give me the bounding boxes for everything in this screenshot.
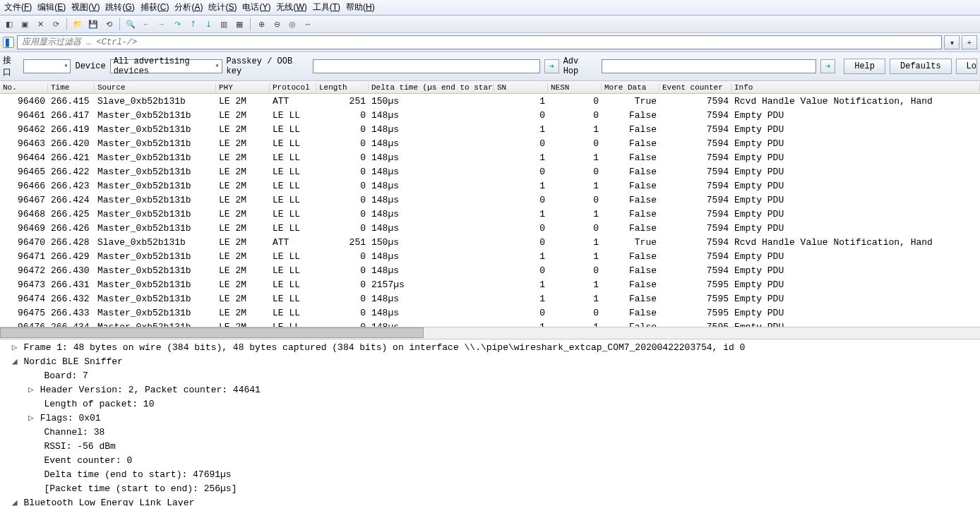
- packet-row[interactable]: 96468266.425Master_0xb52b131bLE 2MLE LL0…: [0, 207, 980, 221]
- cell-phy: LE 2M: [216, 251, 270, 262]
- tb-autoscroll-icon[interactable]: ▥: [217, 18, 230, 30]
- detail-frame: ▷ Frame 1: 48 bytes on wire (384 bits), …: [0, 341, 980, 355]
- tb-zoomout-icon[interactable]: ⊖: [270, 18, 283, 30]
- cell-info: Empty PDU: [731, 322, 980, 327]
- tb-resize-icon[interactable]: ↔: [301, 18, 314, 30]
- tb-save-icon[interactable]: ▣: [18, 18, 31, 30]
- cell-sn: 0: [494, 195, 548, 205]
- cell-no: 96468: [0, 209, 48, 219]
- cell-phy: LE 2M: [216, 124, 270, 135]
- cell-ec: 7594: [659, 152, 731, 163]
- menu-item[interactable]: 分析(A): [174, 1, 203, 13]
- col-header-info: Info: [731, 83, 980, 92]
- collapse-icon[interactable]: ◢: [11, 496, 18, 506]
- separator: [119, 18, 120, 30]
- packet-row[interactable]: 96474266.432Master_0xb52b131bLE 2MLE LL0…: [0, 291, 980, 306]
- menu-item[interactable]: 捕获(C): [141, 1, 169, 13]
- tb-find-icon[interactable]: 🔍: [124, 18, 137, 30]
- expand-icon[interactable]: ▷: [28, 411, 35, 426]
- iface-combo[interactable]: [23, 59, 71, 73]
- cell-info: Empty PDU: [731, 279, 980, 290]
- packet-list-hscroll[interactable]: [0, 327, 980, 339]
- cell-proto: LE LL: [270, 138, 316, 149]
- packet-row[interactable]: 96473266.431Master_0xb52b131bLE 2MLE LL0…: [0, 277, 980, 291]
- cell-phy: LE 2M: [216, 265, 270, 276]
- tb-back-icon[interactable]: ←: [140, 18, 153, 30]
- packet-row[interactable]: 96472266.430Master_0xb52b131bLE 2MLE LL0…: [0, 263, 980, 277]
- expand-icon[interactable]: ▷: [11, 341, 18, 355]
- filter-bookmark-icon[interactable]: ▋: [3, 37, 14, 48]
- menu-item[interactable]: 跳转(G): [105, 1, 134, 13]
- cell-no: 96473: [0, 279, 48, 290]
- packet-row[interactable]: 96471266.429Master_0xb52b131bLE 2MLE LL0…: [0, 249, 980, 263]
- passkey-go-button[interactable]: ➜: [544, 59, 559, 73]
- packet-row[interactable]: 96466266.423Master_0xb52b131bLE 2MLE LL0…: [0, 179, 980, 193]
- cell-len: 0: [316, 110, 369, 121]
- tb-open-icon[interactable]: ◧: [3, 18, 16, 30]
- packet-row[interactable]: 96476266.434Master_0xb52b131bLE 2MLE LL0…: [0, 320, 980, 327]
- packet-row[interactable]: 96460266.415Slave_0xb52b131bLE 2MATT2511…: [0, 94, 980, 108]
- detail-nordic: ◢ Nordic BLE Sniffer: [0, 355, 980, 369]
- cell-nesn: 0: [548, 110, 602, 121]
- cell-delta: 148µs: [369, 124, 494, 135]
- packet-row[interactable]: 96470266.428Slave_0xb52b131bLE 2MATT2511…: [0, 235, 980, 249]
- tb-zoom100-icon[interactable]: ◎: [286, 18, 299, 30]
- defaults-button[interactable]: Defaults: [890, 59, 952, 74]
- menu-item[interactable]: 工具(T): [313, 1, 340, 13]
- tb-savefile-icon[interactable]: 💾: [87, 18, 100, 30]
- packet-list-body[interactable]: 96460266.415Slave_0xb52b131bLE 2MATT2511…: [0, 94, 980, 327]
- cell-more: False: [602, 251, 659, 262]
- tb-close-icon[interactable]: ✕: [34, 18, 47, 30]
- tb-gotop-icon[interactable]: ⤒: [186, 18, 199, 30]
- tb-folder-icon[interactable]: 📁: [71, 18, 84, 30]
- packet-details[interactable]: ▷ Frame 1: 48 bytes on wire (384 bits), …: [0, 339, 980, 506]
- tb-zoomin-icon[interactable]: ⊕: [255, 18, 268, 30]
- packet-row[interactable]: 96464266.421Master_0xb52b131bLE 2MLE LL0…: [0, 150, 980, 164]
- log-button[interactable]: Lo: [956, 59, 977, 74]
- cell-phy: LE 2M: [216, 152, 270, 163]
- cell-len: 0: [316, 152, 369, 163]
- display-filter-input[interactable]: [17, 35, 942, 49]
- cell-delta: 148µs: [369, 308, 494, 318]
- cell-len: 0: [316, 279, 369, 290]
- packet-row[interactable]: 96461266.417Master_0xb52b131bLE 2MLE LL0…: [0, 108, 980, 122]
- packet-row[interactable]: 96467266.424Master_0xb52b131bLE 2MLE LL0…: [0, 193, 980, 207]
- help-button[interactable]: Help: [844, 59, 885, 74]
- cell-ec: 7594: [659, 209, 731, 219]
- filter-expression-button[interactable]: ▾: [944, 35, 960, 49]
- device-combo[interactable]: All advertising devices: [110, 59, 222, 73]
- cell-time: 266.423: [48, 181, 95, 191]
- packet-list-header[interactable]: No. Time Source PHY Protocol Length Delt…: [0, 81, 980, 94]
- cell-proto: LE LL: [270, 181, 316, 191]
- menu-item[interactable]: 帮助(H): [346, 1, 375, 13]
- tb-restart-icon[interactable]: ⟳: [49, 18, 62, 30]
- menu-item[interactable]: 统计(S): [208, 1, 237, 13]
- packet-row[interactable]: 96462266.419Master_0xb52b131bLE 2MLE LL0…: [0, 122, 980, 136]
- cell-sn: 0: [494, 110, 548, 121]
- packet-row[interactable]: 96465266.422Master_0xb52b131bLE 2MLE LL0…: [0, 164, 980, 179]
- expand-icon[interactable]: ▷: [28, 383, 35, 397]
- cell-more: False: [602, 181, 659, 191]
- packet-row[interactable]: 96463266.420Master_0xb52b131bLE 2MLE LL0…: [0, 136, 980, 150]
- menu-item[interactable]: 无线(W): [276, 1, 306, 13]
- menu-item[interactable]: 编辑(E): [37, 1, 66, 13]
- tb-jump-icon[interactable]: ↷: [171, 18, 184, 30]
- advhop-go-button[interactable]: ➜: [820, 59, 835, 73]
- cell-delta: 148µs: [369, 110, 494, 121]
- menu-item[interactable]: 电话(Y): [242, 1, 270, 13]
- cell-info: Empty PDU: [731, 124, 980, 135]
- tb-gobot-icon[interactable]: ⤓: [202, 18, 215, 30]
- packet-row[interactable]: 96469266.426Master_0xb52b131bLE 2MLE LL0…: [0, 221, 980, 235]
- packet-row[interactable]: 96475266.433Master_0xb52b131bLE 2MLE LL0…: [0, 306, 980, 320]
- collapse-icon[interactable]: ◢: [11, 355, 18, 369]
- tb-fwd-icon[interactable]: →: [155, 18, 168, 30]
- menu-item[interactable]: 文件(F): [4, 1, 32, 13]
- tb-colorize-icon[interactable]: ▦: [233, 18, 246, 30]
- hscroll-thumb[interactable]: [0, 327, 424, 338]
- advhop-input[interactable]: [602, 59, 817, 73]
- tb-reload-icon[interactable]: ⟲: [102, 18, 115, 30]
- menu-item[interactable]: 视图(V): [71, 1, 100, 13]
- filter-plus-button[interactable]: +: [962, 35, 977, 49]
- cell-nesn: 0: [548, 308, 602, 318]
- passkey-input[interactable]: [313, 59, 540, 73]
